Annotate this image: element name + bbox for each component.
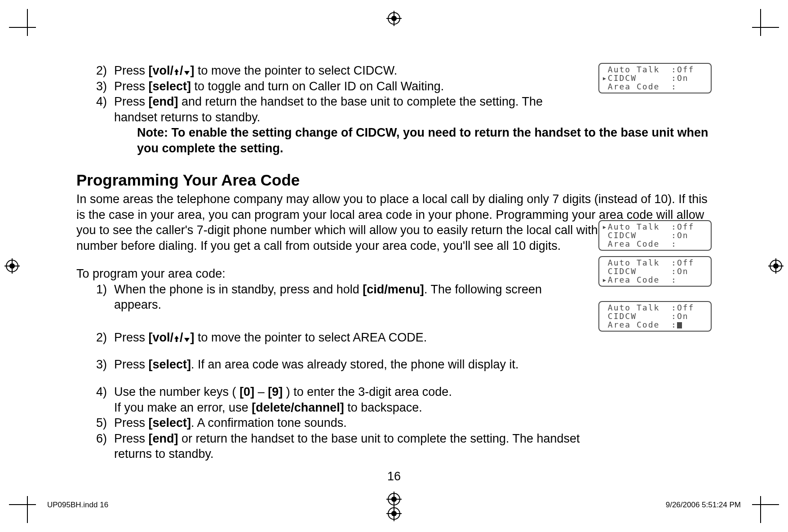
lcd-screen-cidcw-selected: Auto Talk :Off ▸CIDCW :On Area Code : [598, 63, 712, 93]
crop-mark-upper-left [9, 9, 47, 47]
text: When the phone is in standby, press and … [114, 283, 363, 296]
text: to backspace. [344, 401, 422, 414]
footer-timestamp: 9/26/2006 5:51:24 PM [666, 501, 741, 510]
text: to move the pointer to select CIDCW. [195, 64, 398, 77]
lcd-screen-areacode-selected: Auto Talk :Off CIDCW :On ▸Area Code : [598, 256, 712, 287]
crop-mark-lower-right [741, 485, 779, 523]
list-number: 4) [96, 94, 114, 125]
list-number: 3) [96, 357, 114, 372]
lcd-line: ▸CIDCW :On [602, 73, 689, 83]
registration-mark-icon [4, 258, 20, 274]
key-label: [end] [149, 432, 178, 445]
lcd-line: ▸Area Code : [602, 275, 677, 284]
list-item: 6) Press [end] or return the handset to … [96, 431, 581, 462]
key-label: [select] [149, 80, 191, 93]
lcd-line: CIDCW :On [602, 266, 689, 276]
key-label: [select] [149, 358, 191, 371]
key-label: [cid/menu] [363, 283, 424, 296]
footer-meta: UP095BH.indd 16 9/26/2006 5:51:24 PM [47, 501, 741, 510]
key-label: ] [190, 331, 195, 344]
text: or return the handset to the base unit t… [114, 432, 580, 461]
list-number: 2) [96, 330, 114, 346]
arrow-down-icon [183, 337, 190, 342]
text: Press [114, 331, 149, 344]
list-item: 2) Press [vol//] to move the pointer to … [96, 330, 581, 346]
note-text: Note: To enable the setting change of CI… [76, 125, 712, 156]
lcd-line: Auto Talk :Off [602, 303, 694, 312]
lcd-line: ▸Auto Talk :Off [602, 222, 694, 231]
text: Press [114, 64, 149, 77]
list-number: 2) [96, 63, 114, 79]
text: – [254, 385, 268, 399]
section-heading: Programming Your Area Code [76, 170, 712, 191]
list-item: 4) Use the number keys ( [0] – [9] ) to … [96, 384, 581, 415]
list-item: 1) When the phone is in standby, press a… [96, 282, 581, 313]
list-item: 4) Press [end] and return the handset to… [96, 94, 581, 125]
cidcw-steps: 2) Press [vol//] to move the pointer to … [76, 63, 581, 125]
text: . A confirmation tone sounds. [191, 416, 347, 430]
lcd-line: Auto Talk :Off [602, 258, 694, 267]
text: Use the number keys ( [114, 385, 239, 399]
key-label: [delete/channel] [252, 401, 344, 414]
cursor-icon [677, 322, 682, 328]
lcd-screen-areacode-entry: Auto Talk :Off CIDCW :On Area Code : [598, 301, 712, 332]
text: Press [114, 416, 149, 430]
list-number: 3) [96, 79, 114, 94]
list-number: 5) [96, 415, 114, 431]
key-label: [select] [149, 416, 191, 430]
footer-filename: UP095BH.indd 16 [47, 501, 108, 510]
list-number: 6) [96, 431, 114, 462]
lcd-line: CIDCW :On [602, 311, 689, 321]
text: Press [114, 432, 149, 445]
registration-mark-icon [768, 258, 784, 274]
text: If you make an error, use [114, 401, 252, 414]
text: ) to enter the 3-digit area code. [283, 385, 452, 399]
list-number: 1) [96, 282, 114, 313]
text: to move the pointer to select AREA CODE. [195, 331, 427, 344]
registration-mark-icon [386, 11, 402, 26]
key-label: [vol/ [149, 64, 174, 77]
key-label: [9] [268, 385, 283, 399]
arrow-up-icon [173, 68, 180, 75]
lcd-line: Area Code : [602, 82, 677, 91]
text: Press [114, 95, 149, 108]
arrow-up-icon [173, 335, 180, 342]
key-label: [0] [239, 385, 254, 399]
list-item: 2) Press [vol//] to move the pointer to … [96, 63, 581, 79]
key-label: [end] [149, 95, 178, 108]
key-label: ] [190, 64, 195, 77]
text: to toggle and turn on Caller ID on Call … [191, 80, 444, 93]
list-item: 3) Press [select] to toggle and turn on … [96, 79, 581, 94]
lcd-line: CIDCW :On [602, 231, 689, 240]
text: Press [114, 358, 149, 371]
text: and return the handset to the base unit … [114, 95, 543, 124]
lcd-line: Area Code : [602, 320, 677, 329]
crop-mark-upper-right [741, 9, 779, 47]
lcd-line: Area Code : [602, 239, 677, 248]
text: . If an area code was already stored, th… [191, 358, 518, 371]
arrow-down-icon [183, 70, 190, 75]
page-content: Auto Talk :Off ▸CIDCW :On Area Code : ▸A… [76, 63, 712, 469]
list-item: 3) Press [select]. If an area code was a… [96, 357, 581, 372]
area-code-steps: 1) When the phone is in standby, press a… [76, 282, 581, 462]
list-item: 5) Press [select]. A confirmation tone s… [96, 415, 581, 431]
page-number: 16 [0, 470, 788, 483]
list-number: 4) [96, 384, 114, 415]
lcd-line: Auto Talk :Off [602, 65, 694, 74]
lcd-screen-autotalk-selected: ▸Auto Talk :Off CIDCW :On Area Code : [598, 220, 712, 251]
text: Press [114, 80, 149, 93]
key-label: [vol/ [149, 331, 174, 344]
crop-mark-lower-left [9, 485, 47, 523]
